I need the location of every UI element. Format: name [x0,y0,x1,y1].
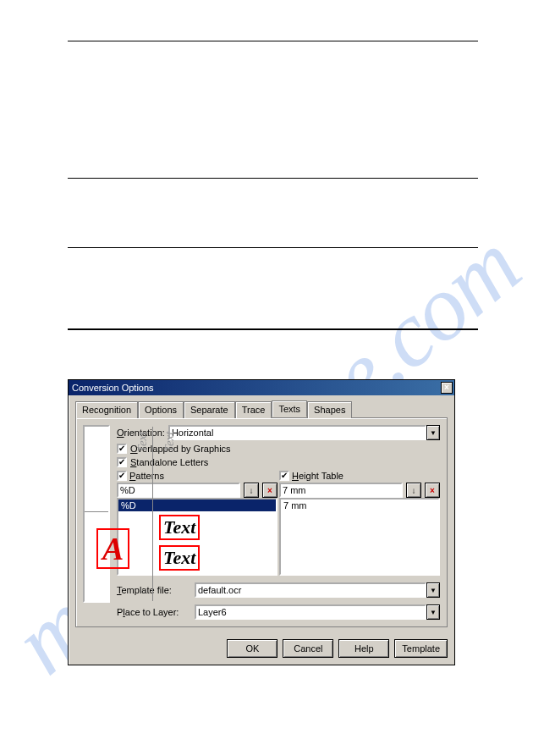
patterns-label: Patterns [129,471,164,481]
chevron-down-icon[interactable]: ▼ [426,582,440,598]
patterns-checkbox[interactable]: ✔ [117,471,127,481]
tab-shapes[interactable]: Shapes [307,401,352,418]
standalone-label: Standalone Letters [130,457,208,467]
height-input[interactable] [279,483,403,498]
help-button[interactable]: Help [338,639,389,658]
tab-trace[interactable]: Trace [235,401,272,418]
pattern-input[interactable] [117,483,240,498]
template-file-label: Template file: [117,585,191,595]
pattern-list-item[interactable]: %D [118,499,276,511]
preview-vertical-text-2: Text [162,432,177,452]
chevron-down-icon[interactable]: ▼ [426,425,440,440]
template-button[interactable]: Template [394,639,448,658]
tab-texts[interactable]: Texts [272,400,307,417]
height-table-label: Height Table [292,471,343,481]
height-list[interactable]: 7 mm [279,498,440,576]
add-pattern-button[interactable]: ↓ [244,483,259,498]
conversion-options-dialog: Conversion Options × Recognition Options… [68,379,455,665]
tab-panel-texts: Text Text Text Text A Orientation: ▼ ✔ O… [75,417,448,627]
cancel-button[interactable]: Cancel [283,639,333,658]
tab-options[interactable]: Options [138,401,184,418]
height-list-item[interactable]: 7 mm [281,499,438,511]
standalone-checkbox[interactable]: ✔ [117,457,127,467]
height-table-checkbox[interactable]: ✔ [279,471,289,481]
remove-pattern-button[interactable]: × [262,483,277,498]
preview-vertical-text-1: Text [135,432,150,452]
layer-select[interactable] [195,604,426,620]
tab-recognition[interactable]: Recognition [75,401,138,418]
overlapped-checkbox[interactable]: ✔ [117,444,127,454]
ok-button[interactable]: OK [227,639,277,658]
remove-height-button[interactable]: × [425,483,440,498]
add-height-button[interactable]: ↓ [406,483,421,498]
preview-pane: Text Text Text Text A [83,425,110,603]
titlebar[interactable]: Conversion Options × [69,380,454,395]
place-to-layer-label: Place to Layer: [117,607,191,617]
preview-letter-box: A [96,528,129,569]
close-icon[interactable]: × [441,382,453,394]
template-file-select[interactable] [195,582,426,598]
preview-text-box-2: Text [159,545,200,571]
tab-separate[interactable]: Separate [184,401,235,418]
chevron-down-icon[interactable]: ▼ [426,604,440,620]
orientation-select[interactable] [168,425,426,440]
window-title: Conversion Options [72,383,154,393]
tab-strip: Recognition Options Separate Trace Texts… [75,400,448,417]
button-bar: OK Cancel Help Template [69,634,454,665]
preview-text-box-1: Text [159,515,200,540]
